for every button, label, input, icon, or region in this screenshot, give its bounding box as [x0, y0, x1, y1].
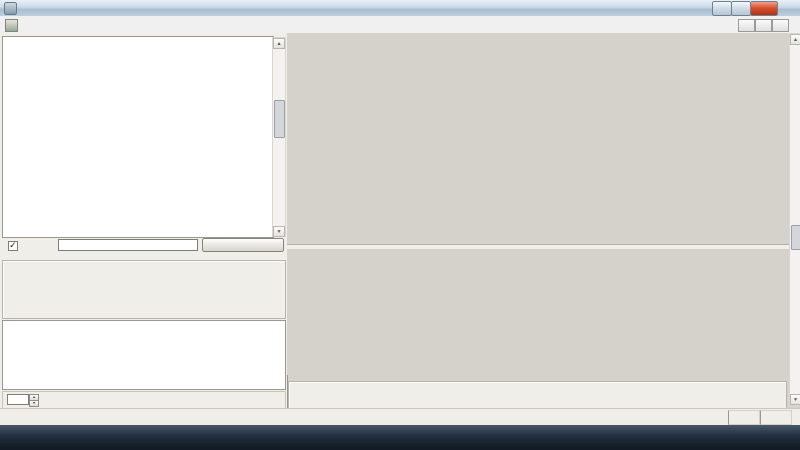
mdi-restore-button[interactable]	[755, 19, 772, 32]
mdi-minimize-button[interactable]	[738, 19, 755, 32]
trackpoint-table[interactable]	[3, 76, 261, 236]
mdi-close-button[interactable]	[772, 19, 789, 32]
trackpoint-table-header[interactable]	[3, 67, 261, 76]
close-button[interactable]	[750, 1, 778, 16]
desktop: ▲ ▼ ▲ ▼ ▲ ▼	[0, 0, 800, 450]
document-icon	[5, 19, 18, 32]
rows-spinner-value[interactable]	[7, 394, 29, 405]
scroll-up-icon[interactable]: ▲	[790, 34, 800, 45]
rows-spinner-down-icon[interactable]: ▼	[29, 400, 39, 407]
speed-chart[interactable]	[287, 249, 789, 375]
table-scrollbar[interactable]: ▲ ▼	[272, 37, 286, 237]
scrollbar-thumb[interactable]	[791, 225, 800, 250]
map-scrollbar[interactable]: ▲ ▼	[789, 33, 800, 406]
scrollbar-thumb[interactable]	[274, 100, 285, 138]
menu-bar	[0, 16, 800, 34]
results-table-header[interactable]	[3, 321, 253, 331]
app-icon	[4, 2, 17, 15]
results-groupbox	[2, 260, 286, 319]
status-bar	[0, 408, 800, 426]
status-section	[760, 410, 792, 425]
filters-summary-field[interactable]	[58, 239, 198, 251]
minimize-button[interactable]	[712, 1, 732, 16]
status-section	[728, 410, 760, 425]
scroll-down-icon[interactable]: ▼	[790, 394, 800, 405]
filters-checkbox[interactable]	[8, 241, 18, 251]
taskbar: e ×	[0, 425, 800, 450]
restore-button[interactable]	[731, 1, 751, 16]
scroll-down-icon[interactable]: ▼	[273, 226, 285, 237]
track-map[interactable]	[287, 33, 789, 244]
title-bar	[0, 0, 800, 17]
scroll-up-icon[interactable]: ▲	[273, 38, 285, 49]
delete-trackpoints-button[interactable]	[202, 238, 284, 252]
